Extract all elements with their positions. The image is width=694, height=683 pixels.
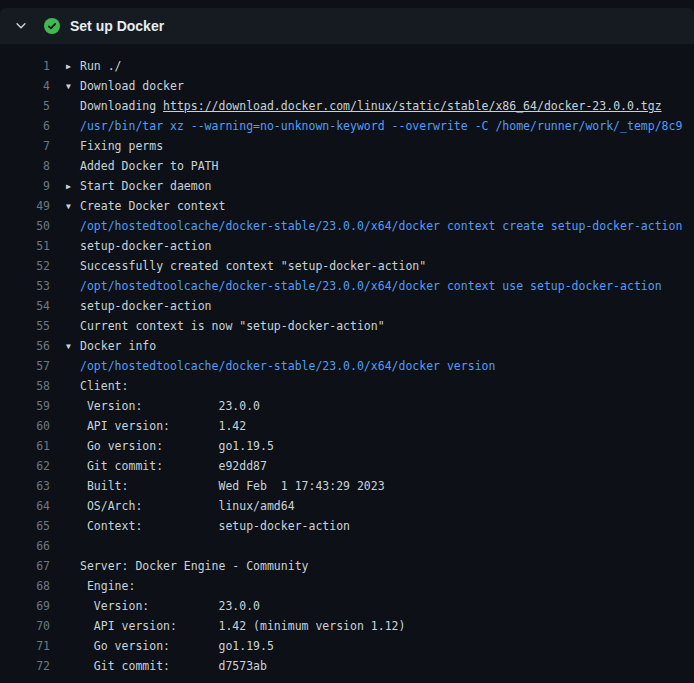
group-title: Create Docker context (80, 199, 225, 213)
line-number[interactable]: 54 (0, 296, 50, 316)
line-number[interactable]: 60 (0, 416, 50, 436)
log-text: API version: 1.42 (minimum version 1.12) (66, 616, 405, 636)
line-number[interactable]: 5 (0, 96, 50, 116)
line-number[interactable]: 49 (0, 196, 50, 216)
log-text: Version: 23.0.0 (66, 596, 260, 616)
log-text: Current context is now "setup-docker-act… (66, 316, 385, 336)
log-lines: 1▶Run ./4▼Download docker5Downloading ht… (0, 44, 694, 676)
log-text: Successfully created context "setup-dock… (66, 256, 426, 276)
line-number[interactable]: 68 (0, 576, 50, 596)
triangle-down-icon: ▼ (66, 337, 80, 356)
line-number[interactable]: 59 (0, 396, 50, 416)
log-text: Go version: go1.19.5 (66, 636, 274, 656)
line-number[interactable]: 69 (0, 596, 50, 616)
line-number[interactable]: 64 (0, 496, 50, 516)
log-line: 67Server: Docker Engine - Community (0, 556, 694, 576)
log-line: 64 OS/Arch: linux/amd64 (0, 496, 694, 516)
log-line[interactable]: 56▼Docker info (0, 336, 694, 356)
line-number[interactable]: 8 (0, 156, 50, 176)
log-line[interactable]: 9▶Start Docker daemon (0, 176, 694, 196)
log-line[interactable]: 4▼Download docker (0, 76, 694, 96)
log-line: 7Fixing perms (0, 136, 694, 156)
log-line: 70 API version: 1.42 (minimum version 1.… (0, 616, 694, 636)
line-number[interactable]: 63 (0, 476, 50, 496)
log-line: 51setup-docker-action (0, 236, 694, 256)
command-text: /usr/bin/tar xz --warning=no-unknown-key… (66, 116, 682, 136)
log-text (66, 536, 80, 556)
line-number[interactable]: 67 (0, 556, 50, 576)
log-text-prefix: Downloading (80, 99, 163, 113)
log-text: Go version: go1.19.5 (66, 436, 274, 456)
log-text: API version: 1.42 (66, 416, 246, 436)
log-line: 53/opt/hostedtoolcache/docker-stable/23.… (0, 276, 694, 296)
group-toggle-expanded[interactable]: ▼Docker info (66, 336, 156, 356)
log-line: 62 Git commit: e92dd87 (0, 456, 694, 476)
download-url-link[interactable]: https://download.docker.com/linux/static… (163, 99, 662, 113)
log-line[interactable]: 1▶Run ./ (0, 56, 694, 76)
line-number[interactable]: 7 (0, 136, 50, 156)
line-number[interactable]: 56 (0, 336, 50, 356)
command-text: /opt/hostedtoolcache/docker-stable/23.0.… (66, 276, 662, 296)
log-text: Built: Wed Feb 1 17:43:29 2023 (66, 476, 385, 496)
log-text: Added Docker to PATH (66, 156, 218, 176)
line-number[interactable]: 62 (0, 456, 50, 476)
line-number[interactable]: 72 (0, 656, 50, 676)
check-circle-icon (44, 18, 60, 34)
triangle-down-icon: ▼ (66, 77, 80, 96)
line-number[interactable]: 65 (0, 516, 50, 536)
log-text: setup-docker-action (66, 296, 212, 316)
log-line: 65 Context: setup-docker-action (0, 516, 694, 536)
line-number[interactable]: 9 (0, 176, 50, 196)
triangle-right-icon: ▶ (66, 57, 80, 76)
log-line: 66 (0, 536, 694, 556)
group-toggle-expanded[interactable]: ▼Create Docker context (66, 196, 225, 216)
line-number[interactable]: 66 (0, 536, 50, 556)
command-text: /opt/hostedtoolcache/docker-stable/23.0.… (66, 356, 495, 376)
line-number[interactable]: 1 (0, 56, 50, 76)
log-line: 72 Git commit: d7573ab (0, 656, 694, 676)
line-number[interactable]: 53 (0, 276, 50, 296)
actions-log-viewer: Set up Docker 1▶Run ./4▼Download docker5… (0, 8, 694, 676)
group-toggle-collapsed[interactable]: ▶Run ./ (66, 56, 122, 76)
triangle-right-icon: ▶ (66, 177, 80, 196)
triangle-down-icon: ▼ (66, 197, 80, 216)
log-line: 55Current context is now "setup-docker-a… (0, 316, 694, 336)
log-text: OS/Arch: linux/amd64 (66, 496, 295, 516)
log-text: Downloading https://download.docker.com/… (66, 96, 662, 116)
group-toggle-expanded[interactable]: ▼Download docker (66, 76, 184, 96)
line-number[interactable]: 58 (0, 376, 50, 396)
step-title: Set up Docker (70, 18, 164, 34)
log-line: 61 Go version: go1.19.5 (0, 436, 694, 456)
log-text: Fixing perms (66, 136, 163, 156)
command-text: /opt/hostedtoolcache/docker-stable/23.0.… (66, 216, 682, 236)
line-number[interactable]: 70 (0, 616, 50, 636)
line-number[interactable]: 55 (0, 316, 50, 336)
line-number[interactable]: 4 (0, 76, 50, 96)
log-line: 8Added Docker to PATH (0, 156, 694, 176)
chevron-down-icon[interactable] (14, 19, 30, 33)
line-number[interactable]: 6 (0, 116, 50, 136)
line-number[interactable]: 51 (0, 236, 50, 256)
log-text: Git commit: e92dd87 (66, 456, 267, 476)
line-number[interactable]: 57 (0, 356, 50, 376)
step-header[interactable]: Set up Docker (0, 8, 694, 44)
line-number[interactable]: 61 (0, 436, 50, 456)
log-line: 63 Built: Wed Feb 1 17:43:29 2023 (0, 476, 694, 496)
log-line: 68 Engine: (0, 576, 694, 596)
group-title: Run ./ (80, 59, 122, 73)
line-number[interactable]: 71 (0, 636, 50, 656)
group-toggle-collapsed[interactable]: ▶Start Docker daemon (66, 176, 212, 196)
log-line: 69 Version: 23.0.0 (0, 596, 694, 616)
group-title: Download docker (80, 79, 184, 93)
line-number[interactable]: 52 (0, 256, 50, 276)
log-text: Version: 23.0.0 (66, 396, 260, 416)
line-number[interactable]: 50 (0, 216, 50, 236)
log-text: Client: (66, 376, 128, 396)
log-line[interactable]: 49▼Create Docker context (0, 196, 694, 216)
log-line: 60 API version: 1.42 (0, 416, 694, 436)
log-text: Context: setup-docker-action (66, 516, 350, 536)
log-line: 6/usr/bin/tar xz --warning=no-unknown-ke… (0, 116, 694, 136)
group-title: Start Docker daemon (80, 179, 212, 193)
log-line: 54setup-docker-action (0, 296, 694, 316)
group-title: Docker info (80, 339, 156, 353)
